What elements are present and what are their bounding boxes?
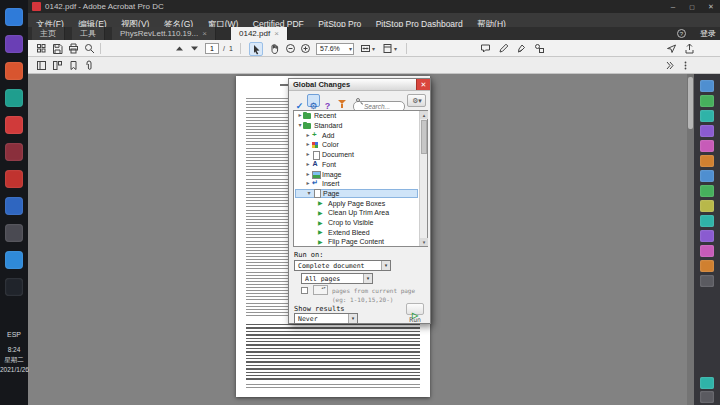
tree-item-clean-up-trim-area[interactable]: Clean Up Trim Area <box>295 208 419 218</box>
tree-item-extend-bleed[interactable]: Extend Bleed <box>295 227 419 237</box>
pages-select[interactable]: All pages <box>301 273 373 284</box>
close-tab-icon[interactable] <box>274 27 279 40</box>
zoom-in-icon[interactable] <box>300 43 311 54</box>
previous-page-icon[interactable] <box>174 43 185 54</box>
zoom-out-icon[interactable] <box>285 43 296 54</box>
tab-document-0142[interactable]: 0142.pdf <box>231 27 288 40</box>
home-grid-icon[interactable] <box>36 43 47 54</box>
language-indicator[interactable]: ESP <box>0 331 28 338</box>
share-icon[interactable] <box>684 43 695 54</box>
tree-item-page[interactable]: Page <box>295 189 418 199</box>
comment-icon[interactable] <box>480 43 491 54</box>
tree-scrollbar[interactable] <box>419 111 427 246</box>
taskbar-app-icon[interactable] <box>5 251 23 269</box>
scroll-up-icon[interactable] <box>420 111 428 119</box>
tree-item-font[interactable]: Font <box>295 160 419 170</box>
chevron-down-icon[interactable] <box>394 45 397 52</box>
taskbar-app-icon[interactable] <box>5 197 23 215</box>
chevron-down-icon[interactable] <box>363 274 372 283</box>
panel-options-icon[interactable] <box>680 60 691 71</box>
pitstop-tool-icon[interactable] <box>700 230 714 242</box>
pitstop-tool-icon[interactable] <box>700 245 714 257</box>
tree-item-image[interactable]: Image <box>295 169 419 179</box>
taskbar-app-icon[interactable] <box>5 143 23 161</box>
taskbar-app-icon[interactable] <box>5 116 23 134</box>
tab-home[interactable]: 主页 <box>32 27 65 40</box>
scope-select[interactable]: Complete document <box>294 260 391 271</box>
pitstop-tool-icon[interactable] <box>700 215 714 227</box>
tree-item-standard[interactable]: Standard <box>295 121 419 131</box>
pitstop-tool-icon[interactable] <box>700 275 714 287</box>
page-thumbnails-icon[interactable] <box>52 60 63 71</box>
highlight-pen-icon[interactable] <box>498 43 509 54</box>
tree-item-flip-page-content[interactable]: Flip Page Content <box>295 237 419 247</box>
scrollbar-thumb[interactable] <box>688 77 693 129</box>
tree-item-color[interactable]: Color <box>295 140 419 150</box>
pitstop-tool-icon[interactable] <box>700 155 714 167</box>
taskbar-app-icon[interactable] <box>5 170 23 188</box>
tree-item-apply-page-boxes[interactable]: Apply Page Boxes <box>295 198 419 208</box>
global-changes-gear-icon[interactable] <box>307 94 320 107</box>
attachment-icon[interactable] <box>84 60 95 71</box>
print-icon[interactable] <box>68 43 79 54</box>
dialog-search-box[interactable] <box>353 95 405 106</box>
search-icon[interactable] <box>84 43 95 54</box>
tree-item-insert[interactable]: Insert <box>295 179 419 189</box>
tree-item-crop-to-visible[interactable]: Crop to Visible <box>295 218 419 228</box>
taskbar-app-icon[interactable] <box>5 224 23 242</box>
sidebar-toggle-icon[interactable] <box>36 60 47 71</box>
tree-item-recent[interactable]: Recent <box>295 111 419 121</box>
chevron-down-icon[interactable] <box>381 261 390 270</box>
send-file-icon[interactable] <box>666 43 677 54</box>
page-display-icon[interactable] <box>382 43 393 54</box>
help-icon[interactable] <box>677 29 686 38</box>
taskbar-app-icon[interactable] <box>5 8 23 26</box>
scroll-down-icon[interactable] <box>420 238 428 246</box>
close-tab-icon[interactable] <box>202 27 207 40</box>
pages-range-checkbox[interactable] <box>301 287 308 294</box>
document-scrollbar[interactable] <box>687 74 694 405</box>
shapes-tool-icon[interactable] <box>534 43 545 54</box>
tree-item-document[interactable]: Document <box>295 150 419 160</box>
pages-count-spinner[interactable] <box>313 285 328 295</box>
fill-sign-icon[interactable] <box>516 43 527 54</box>
tab-document-physrevlett[interactable]: PhysRevLett.110.19... <box>112 27 216 40</box>
filter-funnel-icon[interactable] <box>335 94 348 107</box>
pitstop-tool-icon[interactable] <box>700 140 714 152</box>
certified-check-icon[interactable] <box>293 94 306 107</box>
pitstop-tool-icon[interactable] <box>700 377 714 389</box>
fit-width-icon[interactable] <box>360 43 371 54</box>
pitstop-tool-icon[interactable] <box>700 391 714 403</box>
dialog-titlebar[interactable]: Global Changes <box>289 79 430 91</box>
select-tool-icon[interactable] <box>249 42 263 56</box>
taskbar-app-icon[interactable] <box>5 89 23 107</box>
collapse-panel-icon[interactable] <box>664 60 675 71</box>
taskbar-app-icon[interactable] <box>5 278 23 296</box>
pitstop-tool-icon[interactable] <box>700 170 714 182</box>
inspector-help-icon[interactable] <box>321 94 334 107</box>
pitstop-tool-icon[interactable] <box>700 125 714 137</box>
tab-tools[interactable]: 工具 <box>72 27 105 40</box>
sign-in-button[interactable]: 登录 <box>700 27 716 40</box>
pitstop-tool-icon[interactable] <box>700 80 714 92</box>
pitstop-tool-icon[interactable] <box>700 260 714 272</box>
settings-dropdown-button[interactable] <box>407 94 426 107</box>
pitstop-tool-icon[interactable] <box>700 110 714 122</box>
taskbar-app-icon[interactable] <box>5 35 23 53</box>
maximize-button[interactable] <box>683 0 701 13</box>
close-window-button[interactable] <box>702 0 720 13</box>
pitstop-tool-icon[interactable] <box>700 200 714 212</box>
save-icon[interactable] <box>52 43 63 54</box>
scrollbar-thumb[interactable] <box>421 120 428 154</box>
hand-tool-icon[interactable] <box>269 43 280 54</box>
tree-item-add[interactable]: Add <box>295 130 419 140</box>
minimize-button[interactable] <box>664 0 682 13</box>
taskbar-app-icon[interactable] <box>5 62 23 80</box>
pitstop-tool-icon[interactable] <box>700 185 714 197</box>
show-results-select[interactable]: Never <box>294 313 358 324</box>
next-page-icon[interactable] <box>189 43 200 54</box>
close-dialog-button[interactable] <box>416 79 430 90</box>
run-button[interactable] <box>406 303 424 315</box>
pitstop-tool-icon[interactable] <box>700 95 714 107</box>
chevron-down-icon[interactable] <box>372 45 375 52</box>
